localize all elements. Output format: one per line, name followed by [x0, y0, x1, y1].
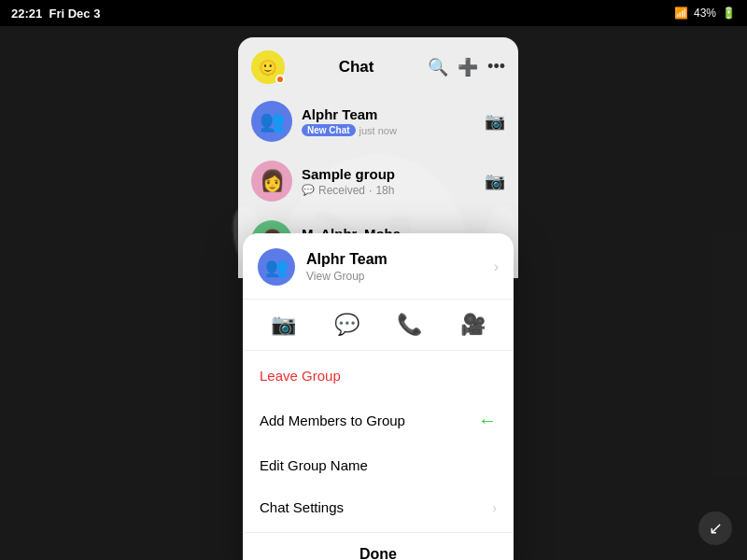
chat-action-icon: 💬: [334, 313, 359, 337]
chat-sub-sample: 💬 Received · 18h: [302, 184, 475, 197]
chat-header: 🙂 Chat 🔍 ➕ •••: [238, 37, 518, 91]
action-chat-button[interactable]: 💬: [334, 313, 359, 337]
context-group-name: Alphr Team: [306, 251, 388, 268]
context-chevron-icon: ›: [494, 259, 499, 275]
camera-action-icon: 📷: [271, 313, 296, 337]
chat-settings-label: Chat Settings: [260, 499, 344, 515]
context-avatar: 👥: [258, 248, 295, 286]
context-menu: 👥 Alphr Team View Group › 📷 💬 📞 🎥 Leave …: [243, 233, 514, 560]
chat-time-alphr: just now: [359, 125, 397, 136]
context-group-info[interactable]: 👥 Alphr Team View Group ›: [243, 233, 514, 300]
call-action-icon: 📞: [397, 313, 422, 337]
avatar-sample-group: 👩: [251, 161, 292, 202]
battery-pct: 43%: [694, 7, 716, 20]
chat-settings-chevron-icon: ›: [492, 500, 497, 515]
green-arrow-icon: ←: [478, 410, 497, 431]
leave-group-label: Leave Group: [260, 368, 341, 384]
add-members-label: Add Members to Group: [260, 413, 405, 428]
add-friend-icon[interactable]: ➕: [458, 57, 478, 77]
chat-name-sample: Sample group: [302, 166, 475, 182]
done-button[interactable]: Done: [256, 546, 500, 560]
chat-sub-alphr: New Chat just now: [302, 124, 475, 136]
edit-group-name-label: Edit Group Name: [260, 457, 368, 473]
chat-status-sample: Received: [318, 184, 365, 197]
nav-back-icon: ↙: [709, 518, 723, 539]
chat-name-alphr: Alphr Team: [302, 106, 475, 122]
chat-header-icons: 🔍 ➕ •••: [428, 57, 505, 77]
chat-settings-button[interactable]: Chat Settings ›: [243, 486, 514, 528]
battery-icon: 🔋: [722, 7, 736, 20]
chat-info-alphr: Alphr Team New Chat just now: [302, 106, 475, 136]
edit-group-name-button[interactable]: Edit Group Name: [243, 444, 514, 486]
chat-time-sample: ·: [369, 184, 372, 197]
camera-icon-sample[interactable]: 📷: [485, 171, 505, 191]
leave-group-button[interactable]: Leave Group: [243, 355, 514, 397]
chat-info-sample: Sample group 💬 Received · 18h: [302, 166, 475, 197]
status-bar: 22:21 Fri Dec 3 📶 43% 🔋: [0, 0, 747, 26]
context-group-sub: View Group: [306, 270, 388, 283]
more-options-icon[interactable]: •••: [487, 57, 505, 77]
avatar-notification-dot: [275, 75, 285, 84]
status-time: 22:21 Fri Dec 3: [11, 7, 100, 21]
camera-icon-alphr[interactable]: 📷: [485, 111, 505, 132]
status-indicators: 📶 43% 🔋: [674, 7, 736, 20]
add-members-button[interactable]: Add Members to Group ←: [243, 397, 514, 444]
avatar-alphr-team: 👥: [251, 101, 292, 142]
chat-title: Chat: [285, 58, 428, 77]
chat-time-sample-val: 18h: [375, 184, 394, 197]
new-chat-badge: New Chat: [302, 124, 356, 136]
chat-item-alphr-team[interactable]: 👥 Alphr Team New Chat just now 📷: [238, 91, 518, 151]
scroll-indicator: [327, 539, 420, 543]
received-icon-sample: 💬: [302, 184, 315, 196]
video-action-icon: 🎥: [460, 313, 486, 337]
action-video-button[interactable]: 🎥: [460, 313, 486, 337]
user-avatar-button[interactable]: 🙂: [251, 50, 285, 84]
context-group-text: Alphr Team View Group: [306, 251, 388, 283]
action-camera-button[interactable]: 📷: [271, 313, 296, 337]
action-call-button[interactable]: 📞: [397, 313, 422, 337]
context-actions-row: 📷 💬 📞 🎥: [243, 300, 514, 351]
done-section: Done: [243, 532, 514, 560]
search-icon[interactable]: 🔍: [428, 57, 448, 77]
chat-item-sample-group[interactable]: 👩 Sample group 💬 Received · 18h 📷: [238, 151, 518, 211]
wifi-icon: 📶: [674, 7, 688, 20]
context-menu-items: Leave Group Add Members to Group ← Edit …: [243, 351, 514, 532]
nav-back-button[interactable]: ↙: [698, 511, 732, 545]
